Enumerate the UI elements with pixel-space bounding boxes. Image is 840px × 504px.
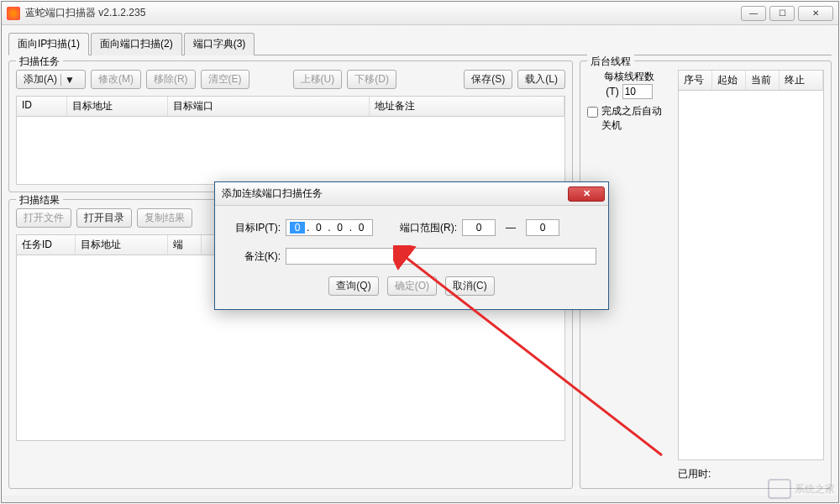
watermark: 系统之家 [768, 479, 835, 499]
ip-octet-1[interactable]: 0 [290, 222, 305, 234]
window-title: 蓝蛇端口扫描器 v2.1.2.235 [25, 6, 145, 20]
minimize-button[interactable]: — [741, 6, 766, 21]
load-button[interactable]: 载入(L) [517, 70, 565, 89]
task-table[interactable]: ID 目标地址 目标端口 地址备注 [16, 96, 565, 185]
threads-table[interactable]: 序号 起始 当前 终止 [678, 70, 824, 460]
col-end[interactable]: 终止 [780, 71, 823, 90]
tab-label: 端口字典(3) [193, 38, 246, 50]
dialog-body: 目标IP(T): 0. 0. 0. 0 端口范围(R): — 备注(K): 查询… [215, 206, 608, 309]
button-label: 取消(C) [453, 279, 487, 293]
ok-button[interactable]: 确定(O) [387, 276, 437, 296]
tab-ip-scan[interactable]: 面向IP扫描(1) [8, 33, 89, 55]
col-id[interactable]: ID [17, 97, 67, 116]
col-target-port[interactable]: 目标端口 [168, 97, 370, 116]
tab-port-scan[interactable]: 面向端口扫描(2) [91, 33, 182, 55]
dialog-button-row: 查询(Q) 确定(O) 取消(C) [227, 276, 596, 296]
per-core-label: 每核线程数 [587, 70, 671, 84]
remark-input[interactable] [286, 248, 596, 265]
table-header: 序号 起始 当前 终止 [679, 71, 823, 91]
col-target-addr[interactable]: 目标地址 [76, 235, 168, 255]
auto-shutdown-checkbox[interactable]: 完成之后自动关机 [587, 104, 671, 133]
col-task-id[interactable]: 任务ID [17, 235, 76, 255]
per-core-key: (T) [606, 86, 618, 97]
col-addr-remark[interactable]: 地址备注 [370, 97, 564, 116]
button-label: 查询(Q) [336, 279, 370, 293]
tab-label: 面向IP扫描(1) [18, 38, 80, 50]
move-up-button[interactable]: 上移(U) [293, 70, 343, 89]
app-icon [7, 7, 20, 20]
elapsed-label: 已用时: [678, 468, 711, 480]
port-to-input[interactable] [526, 219, 559, 236]
button-label: 移除(R) [154, 72, 188, 87]
add-task-dialog: 添加连续端口扫描任务 ✕ 目标IP(T): 0. 0. 0. 0 端口范围(R)… [214, 181, 609, 310]
tab-port-dict[interactable]: 端口字典(3) [184, 33, 255, 55]
tab-label: 面向端口扫描(2) [100, 38, 173, 50]
checkbox-icon[interactable] [587, 107, 598, 118]
col-port[interactable]: 端 [168, 235, 202, 255]
watermark-text: 系统之家 [795, 482, 835, 496]
window-controls: — ☐ ✕ [741, 6, 833, 21]
close-button[interactable]: ✕ [798, 6, 833, 21]
maximize-button[interactable]: ☐ [769, 6, 795, 21]
col-target-addr[interactable]: 目标地址 [67, 97, 168, 116]
titlebar: 蓝蛇端口扫描器 v2.1.2.235 — ☐ ✕ [2, 2, 838, 25]
col-seq[interactable]: 序号 [679, 71, 712, 90]
button-label: 打开目录 [84, 211, 124, 225]
bg-threads-group: 后台线程 每核线程数 (T) 完成之后自动关机 [580, 60, 832, 489]
button-label: 确定(O) [395, 279, 429, 293]
col-current[interactable]: 当前 [746, 71, 780, 90]
dialog-close-button[interactable]: ✕ [568, 186, 605, 202]
table-body [17, 117, 564, 184]
add-button[interactable]: 添加(A) ▼ [16, 70, 86, 89]
col-start[interactable]: 起始 [712, 71, 746, 90]
target-ip-input[interactable]: 0. 0. 0. 0 [286, 219, 373, 236]
ip-octet-4[interactable]: 0 [354, 222, 369, 234]
button-label: 添加(A) [24, 72, 57, 87]
button-label: 下移(D) [354, 72, 389, 87]
remove-button[interactable]: 移除(R) [146, 70, 196, 89]
table-body [679, 91, 823, 427]
copy-result-button[interactable]: 复制结果 [137, 208, 192, 228]
port-range-label: 端口范围(R): [400, 221, 457, 235]
port-from-input[interactable] [462, 219, 496, 236]
scan-task-group: 扫描任务 添加(A) ▼ 修改(M) 移除(R) 清空(E) 上移(U) 下移(… [8, 60, 573, 192]
button-label: 复制结果 [144, 211, 185, 225]
modify-button[interactable]: 修改(M) [91, 70, 141, 89]
group-title: 扫描结果 [16, 193, 63, 207]
per-core-input[interactable] [622, 84, 653, 99]
range-dash: — [501, 222, 521, 234]
open-file-button[interactable]: 打开文件 [16, 208, 71, 228]
group-title: 后台线程 [587, 55, 634, 69]
checkbox-label: 完成之后自动关机 [601, 104, 671, 133]
button-label: 修改(M) [98, 72, 134, 87]
open-dir-button[interactable]: 打开目录 [76, 208, 132, 228]
query-button[interactable]: 查询(Q) [328, 276, 378, 296]
dropdown-arrow-icon[interactable]: ▼ [60, 74, 78, 86]
watermark-icon [768, 479, 791, 499]
ip-octet-3[interactable]: 0 [333, 222, 348, 234]
save-button[interactable]: 保存(S) [464, 70, 512, 89]
button-label: 打开文件 [24, 211, 64, 225]
task-toolbar: 添加(A) ▼ 修改(M) 移除(R) 清空(E) 上移(U) 下移(D) 保存… [16, 70, 565, 89]
dialog-title: 添加连续端口扫描任务 [222, 186, 323, 201]
button-label: 清空(E) [208, 72, 242, 87]
table-header: ID 目标地址 目标端口 地址备注 [17, 97, 564, 117]
button-label: 上移(U) [301, 72, 335, 87]
tabs: 面向IP扫描(1) 面向端口扫描(2) 端口字典(3) [8, 32, 832, 55]
button-label: 保存(S) [471, 72, 505, 87]
group-title: 扫描任务 [16, 55, 63, 69]
cancel-button[interactable]: 取消(C) [445, 276, 495, 296]
ip-octet-2[interactable]: 0 [311, 222, 326, 234]
dialog-titlebar[interactable]: 添加连续端口扫描任务 ✕ [215, 182, 608, 206]
clear-button[interactable]: 清空(E) [201, 70, 249, 89]
remark-label: 备注(K): [227, 249, 281, 264]
target-ip-label: 目标IP(T): [227, 221, 281, 235]
move-down-button[interactable]: 下移(D) [347, 70, 396, 89]
button-label: 载入(L) [525, 72, 558, 87]
